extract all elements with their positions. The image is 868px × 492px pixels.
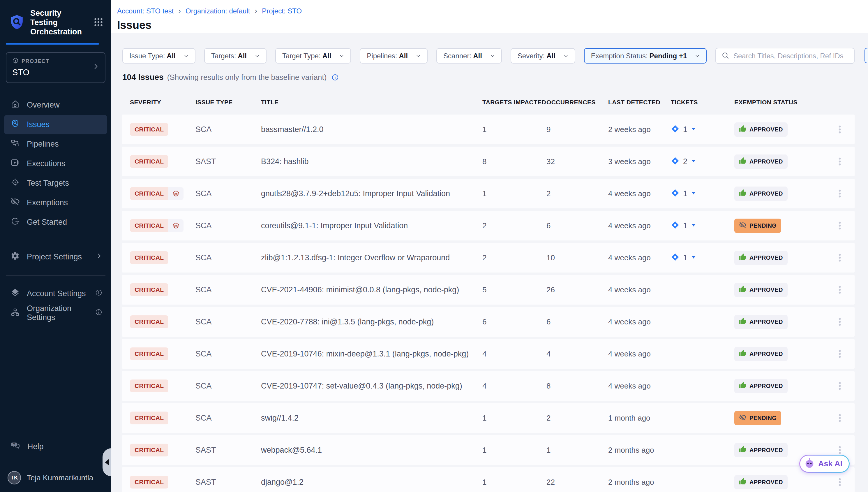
sidebar-collapse-handle[interactable] <box>103 448 111 476</box>
sto-issues-page: Security Testing Orchestration PROJECT <box>0 0 868 492</box>
info-icon[interactable] <box>95 309 103 318</box>
severity-badge: CRITICAL <box>130 251 168 264</box>
app-grid-icon[interactable] <box>93 17 104 29</box>
row-menu-button[interactable] <box>824 189 854 198</box>
filter-scanner[interactable]: Scanner:All <box>436 48 502 64</box>
sidebar-item-test-targets[interactable]: Test Targets <box>0 173 111 193</box>
issue-row[interactable]: CRITICAL SCA CVE-2021-44906: minimist@0.… <box>122 275 854 304</box>
targets-impacted-cell: 2 <box>482 221 547 230</box>
sidebar-item-issues[interactable]: Issues <box>4 115 107 134</box>
sto-shield-logo-icon <box>9 14 25 31</box>
sidebar-item-account-settings[interactable]: Account Settings <box>0 284 111 303</box>
breadcrumb-organization[interactable]: Organization: default <box>186 7 250 15</box>
filter-targets[interactable]: Targets:All <box>204 48 266 64</box>
row-menu-button[interactable] <box>824 381 854 391</box>
filter-exemption-status[interactable]: Exemption Status:Pending +1 <box>584 48 707 64</box>
last-detected-cell: 4 weeks ago <box>608 285 671 294</box>
severity-badge: CRITICAL <box>130 283 168 296</box>
filter-target-type[interactable]: Target Type:All <box>275 48 351 64</box>
chevron-down-icon <box>694 53 700 59</box>
filter-toolbar: Issue Type:All Targets:All Target Type:A… <box>122 48 854 64</box>
help-label: Help <box>27 442 44 451</box>
occurrences-cell: 2 <box>547 414 608 423</box>
row-menu-button[interactable] <box>824 349 854 359</box>
last-detected-cell: 4 weeks ago <box>608 253 671 262</box>
ticket-dropdown[interactable]: 1 <box>671 124 734 134</box>
row-menu-button[interactable] <box>824 477 854 487</box>
row-menu-button[interactable] <box>824 285 854 295</box>
row-menu-button[interactable] <box>824 124 854 134</box>
breadcrumb-separator: › <box>255 6 257 16</box>
get-started-icon <box>10 217 20 228</box>
thumbs-up-icon <box>739 382 746 391</box>
filter-pipelines[interactable]: Pipelines:All <box>360 48 428 64</box>
exemption-status-cell: APPROVED <box>734 251 824 265</box>
sidebar-item-pipelines[interactable]: Pipelines <box>0 134 111 154</box>
breadcrumb-account[interactable]: Account: STO test <box>117 7 174 15</box>
filter-severity[interactable]: Severity:All <box>510 48 575 64</box>
row-menu-button[interactable] <box>824 413 854 423</box>
thumbs-up-icon <box>739 253 746 262</box>
issue-row[interactable]: CRITICAL SAST webpack@5.64.1 1 1 2 month… <box>122 435 854 465</box>
severity-badge: CRITICAL <box>130 315 168 328</box>
issue-row[interactable]: CRITICAL SCA coreutils@9.1-1: Improper I… <box>122 211 854 241</box>
row-menu-button[interactable] <box>824 317 854 327</box>
issue-row[interactable]: CRITICAL SCA CVE-2019-10746: mixin-deep@… <box>122 339 854 369</box>
nav-label: Get Started <box>27 218 67 227</box>
breadcrumb-project[interactable]: Project: STO <box>262 7 302 15</box>
info-icon[interactable] <box>95 289 103 298</box>
row-menu-button[interactable] <box>824 445 854 455</box>
play-box-icon <box>10 158 20 169</box>
project-selector[interactable]: PROJECT STO <box>6 52 105 83</box>
sidebar-item-executions[interactable]: Executions <box>0 154 111 173</box>
issue-row[interactable]: CRITICAL SCA bassmaster//1.2.0 1 9 2 wee… <box>122 115 854 144</box>
issue-row[interactable]: CRITICAL SCA zlib@1:1.2.13.dfsg-1: Integ… <box>122 243 854 272</box>
issue-title-cell: CVE-2021-44906: minimist@0.0.8 (lang-pkg… <box>261 285 482 294</box>
filter-value: All <box>322 52 332 60</box>
severity-cell: CRITICAL <box>130 412 195 424</box>
last-detected-cell: 4 weeks ago <box>608 382 671 391</box>
chevron-down-icon <box>339 53 345 59</box>
ticket-dropdown[interactable]: 1 <box>671 189 734 198</box>
targets-impacted-cell: 2 <box>482 253 547 262</box>
issue-row[interactable]: CRITICAL SAST django@1.2 1 22 2 months a… <box>122 467 854 492</box>
user-menu[interactable]: TK Teja Kummarikuntla <box>0 471 111 485</box>
filter-issue-type[interactable]: Issue Type:All <box>122 48 195 64</box>
sidebar-item-project-settings[interactable]: Project Settings <box>0 247 111 267</box>
issues-table-body: CRITICAL SCA bassmaster//1.2.0 1 9 2 wee… <box>122 115 854 492</box>
targets-impacted-cell: 1 <box>482 446 547 455</box>
row-menu-button[interactable] <box>824 253 854 263</box>
sidebar-item-exemptions[interactable]: Exemptions <box>0 193 111 213</box>
project-name: STO <box>12 68 99 77</box>
search-box[interactable] <box>715 48 854 64</box>
last-detected-cell: 2 weeks ago <box>608 125 671 134</box>
issue-row[interactable]: CRITICAL SCA CVE-2019-10747: set-value@0… <box>122 371 854 401</box>
info-icon[interactable] <box>331 73 339 81</box>
sidebar-item-get-started[interactable]: Get Started <box>0 213 111 232</box>
targets-impacted-cell: 1 <box>482 189 547 198</box>
tickets-cell: 1 <box>671 221 734 230</box>
issue-row[interactable]: CRITICAL SAST B324: hashlib 8 32 3 weeks… <box>122 147 854 176</box>
nav-label: Issues <box>27 120 50 129</box>
col-header-last-detected: LAST DETECTED <box>608 99 671 106</box>
search-input[interactable] <box>733 52 849 60</box>
issue-row[interactable]: CRITICAL SCA CVE-2020-7788: ini@1.3.5 (l… <box>122 307 854 337</box>
ticket-dropdown[interactable]: 2 <box>671 156 734 167</box>
caret-down-icon <box>691 255 696 260</box>
jira-ticket-icon <box>671 189 680 198</box>
last-detected-cell: 1 month ago <box>608 414 671 423</box>
issue-row[interactable]: CRITICAL SCA gnutls28@3.7.9-2+deb12u5: I… <box>122 179 854 208</box>
main-content: Account: STO test › Organization: defaul… <box>111 0 868 492</box>
row-menu-button[interactable] <box>824 156 854 167</box>
ticket-dropdown[interactable]: 1 <box>671 221 734 230</box>
ticket-dropdown[interactable]: 1 <box>671 253 734 263</box>
issue-type-cell: SCA <box>195 317 261 326</box>
ask-ai-button[interactable]: Ask AI <box>799 455 850 473</box>
help-button[interactable]: ? Help <box>0 437 111 456</box>
clipped-filter-button[interactable] <box>865 48 868 63</box>
occurrences-cell: 2 <box>547 189 608 198</box>
issue-row[interactable]: CRITICAL SCA swig//1.4.2 1 2 1 month ago <box>122 403 854 433</box>
row-menu-button[interactable] <box>824 221 854 230</box>
sidebar-item-overview[interactable]: Overview <box>0 95 111 115</box>
sidebar-item-organization-settings[interactable]: Organization Settings <box>0 303 111 323</box>
